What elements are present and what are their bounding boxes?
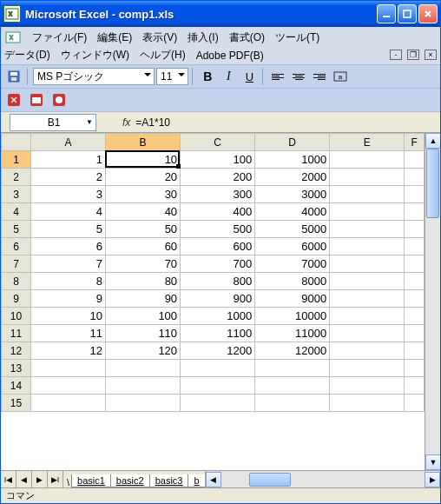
cell[interactable]: 300 <box>181 186 255 203</box>
row-header[interactable]: 8 <box>2 273 31 290</box>
cell[interactable] <box>405 377 425 395</box>
tab-first-button[interactable]: I◀ <box>1 471 16 487</box>
cell[interactable]: 30 <box>106 186 181 203</box>
font-name-select[interactable]: MS Pゴシック <box>33 68 155 85</box>
cell[interactable]: 110 <box>106 325 181 342</box>
cell[interactable]: 5 <box>30 221 105 238</box>
cell[interactable] <box>330 308 405 325</box>
cell[interactable] <box>330 377 405 395</box>
minimize-button[interactable] <box>377 4 396 23</box>
name-box[interactable]: B1 <box>10 114 96 131</box>
cell[interactable] <box>181 395 255 412</box>
row-header[interactable]: 13 <box>2 360 31 377</box>
cell[interactable] <box>330 395 405 412</box>
cell[interactable] <box>405 342 425 360</box>
cell[interactable] <box>330 203 405 221</box>
scroll-down-button[interactable]: ▼ <box>425 454 440 470</box>
sheet-tab[interactable]: basic1 <box>71 474 111 487</box>
sheet-tab[interactable]: basic2 <box>110 474 150 487</box>
maximize-button[interactable] <box>398 4 417 23</box>
sheet-tab[interactable]: basic3 <box>149 474 189 487</box>
cell[interactable]: 12000 <box>255 342 330 360</box>
cell[interactable]: 7 <box>30 255 105 273</box>
cell[interactable]: 100 <box>106 308 181 325</box>
cell[interactable]: 800 <box>181 273 255 290</box>
cell[interactable] <box>330 290 405 308</box>
cell[interactable]: 5000 <box>255 221 330 238</box>
cell[interactable] <box>405 186 425 203</box>
cell[interactable] <box>405 325 425 342</box>
tab-prev-button[interactable]: ◀ <box>16 471 32 487</box>
cell[interactable]: 500 <box>181 221 255 238</box>
cell[interactable]: 6000 <box>255 238 330 255</box>
titlebar[interactable]: Microsoft Excel - comp1.xls <box>1 1 440 27</box>
row-header[interactable]: 1 <box>2 151 31 169</box>
workbook-icon[interactable] <box>4 29 22 46</box>
cell[interactable] <box>405 395 425 412</box>
column-header[interactable]: F <box>405 134 425 151</box>
cell[interactable]: 2000 <box>255 169 330 186</box>
cell[interactable] <box>30 377 105 395</box>
cell[interactable]: 9 <box>30 290 105 308</box>
row-header[interactable]: 9 <box>2 290 31 308</box>
cell[interactable] <box>405 238 425 255</box>
save-icon[interactable] <box>4 67 23 86</box>
scroll-left-button[interactable]: ◀ <box>206 472 221 487</box>
cell[interactable]: 7000 <box>255 255 330 273</box>
menu-view[interactable]: 表示(V) <box>142 30 177 45</box>
cell[interactable] <box>330 238 405 255</box>
tab-last-button[interactable]: ▶I <box>48 471 63 487</box>
cell[interactable]: 1100 <box>181 325 255 342</box>
column-header[interactable]: B <box>106 134 181 151</box>
pdf-review-icon[interactable] <box>49 90 69 109</box>
row-header[interactable]: 7 <box>2 255 31 273</box>
scroll-right-button[interactable]: ▶ <box>425 472 440 487</box>
cell[interactable]: 4000 <box>255 203 330 221</box>
cell[interactable]: 1000 <box>181 308 255 325</box>
row-header[interactable]: 12 <box>2 342 31 360</box>
cell[interactable]: 120 <box>106 342 181 360</box>
cell[interactable]: 11000 <box>255 325 330 342</box>
hscroll-thumb[interactable] <box>249 473 291 487</box>
pdf-mail-icon[interactable] <box>27 90 46 109</box>
cell[interactable]: 1 <box>30 151 105 169</box>
cell[interactable] <box>181 377 255 395</box>
cell[interactable]: 9000 <box>255 290 330 308</box>
cell[interactable]: 700 <box>181 255 255 273</box>
cell[interactable] <box>255 360 330 377</box>
cell[interactable]: 8000 <box>255 273 330 290</box>
cell[interactable] <box>405 308 425 325</box>
cell[interactable]: 6 <box>30 238 105 255</box>
cell[interactable] <box>106 395 181 412</box>
mdi-minimize[interactable]: - <box>390 50 402 60</box>
vscroll-thumb[interactable] <box>426 149 439 218</box>
cell[interactable] <box>405 255 425 273</box>
italic-button[interactable]: I <box>219 67 238 86</box>
cell[interactable]: 3 <box>30 186 105 203</box>
row-header[interactable]: 10 <box>2 308 31 325</box>
row-header[interactable]: 4 <box>2 203 31 221</box>
cell[interactable]: 90 <box>106 290 181 308</box>
cell[interactable]: 70 <box>106 255 181 273</box>
cell[interactable] <box>181 360 255 377</box>
cell[interactable]: 200 <box>181 169 255 186</box>
sheet-tab[interactable]: b <box>188 474 205 487</box>
cell[interactable]: 10 <box>30 308 105 325</box>
row-header[interactable]: 3 <box>2 186 31 203</box>
cell[interactable]: 50 <box>106 221 181 238</box>
select-all-corner[interactable] <box>2 134 31 151</box>
cell[interactable] <box>405 360 425 377</box>
cell[interactable] <box>255 395 330 412</box>
menu-adobe[interactable]: Adobe PDF(B) <box>196 50 264 62</box>
cell[interactable]: 2 <box>30 169 105 186</box>
cell[interactable]: 400 <box>181 203 255 221</box>
cell[interactable]: 100 <box>181 151 255 169</box>
cell[interactable] <box>330 342 405 360</box>
cell[interactable] <box>330 325 405 342</box>
cell[interactable] <box>330 169 405 186</box>
menu-file[interactable]: ファイル(F) <box>32 30 87 45</box>
close-button[interactable] <box>418 4 438 23</box>
menu-window[interactable]: ウィンドウ(W) <box>61 48 129 63</box>
cell[interactable] <box>30 395 105 412</box>
scroll-up-button[interactable]: ▲ <box>425 133 440 149</box>
